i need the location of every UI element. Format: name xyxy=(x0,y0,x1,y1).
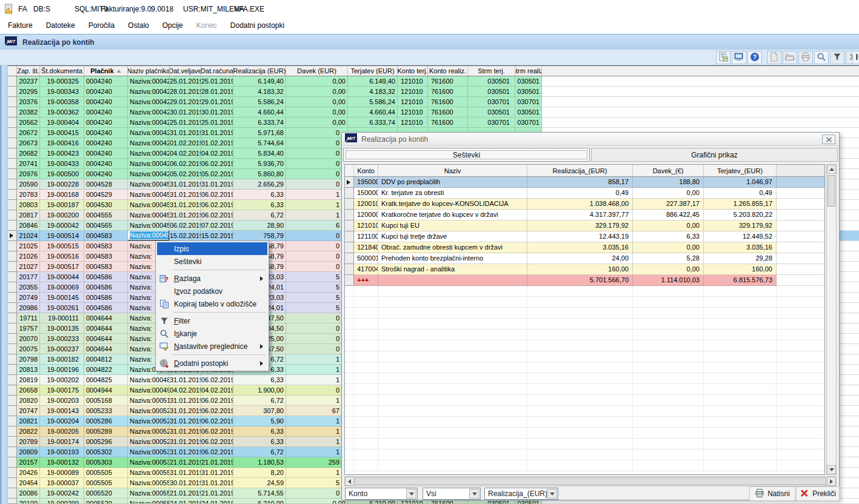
column-header-rea[interactable]: Realizacija (EUR) xyxy=(233,66,286,76)
context-menu-item-nastavitve-preglednice[interactable]: Nastavitve preglednice xyxy=(156,340,269,353)
table-row[interactable]: 2038219-0003620004240Naziva:000424030.01… xyxy=(8,107,859,118)
row-selector-cell[interactable] xyxy=(345,242,354,253)
summary-column-header-ter[interactable]: Terjatev_(EUR) xyxy=(704,165,777,176)
summary-table-row[interactable]: 500001Prehoden konto brezplačni-interno2… xyxy=(345,253,824,264)
search-toolbar-button[interactable] xyxy=(814,51,829,64)
column-header-kt[interactable]: Konto terj. xyxy=(398,66,428,76)
table-row[interactable]: 2037619-0003580004240Naziva:000424029.01… xyxy=(8,97,859,107)
vertical-scroll-thumb[interactable] xyxy=(827,175,835,207)
summary-table-row[interactable]: 120000Kratkoročne terjatve do kupcev v d… xyxy=(345,210,824,220)
scroll-down-button[interactable] xyxy=(827,465,836,474)
help-toolbar-button[interactable]: ? xyxy=(747,51,762,64)
table-row[interactable]: 2029519-0003430004240Naziva:000424028.01… xyxy=(8,87,859,97)
row-selector-cell[interactable] xyxy=(345,188,354,199)
row-selector-cell[interactable] xyxy=(8,231,17,241)
row-selector-cell[interactable] xyxy=(345,253,354,264)
row-selector-cell[interactable] xyxy=(345,264,354,275)
column-header-naz[interactable]: Naziv plačnika xyxy=(128,66,170,76)
table-row[interactable]: 2023719-0003250004240Naziva:000424025.01… xyxy=(8,76,859,87)
context-menu-item-filter[interactable]: Filter xyxy=(156,314,269,327)
row-selector-cell[interactable] xyxy=(8,220,17,231)
context-menu-item-dodatni-postopki[interactable]: Dodatni postopki xyxy=(156,357,269,370)
scroll-left-button[interactable] xyxy=(345,477,354,486)
summary-table-row[interactable]: 417004Stroški nagrad - analitika160,000,… xyxy=(345,264,824,275)
context-menu-item-izvoz-podatkov[interactable]: Izvoz podatkov xyxy=(156,285,269,297)
row-selector-cell[interactable] xyxy=(8,313,17,323)
summary-table-row[interactable]: 195000DDV po predplačilih858,17188,801.0… xyxy=(345,177,824,188)
column-header-zap[interactable]: Zap. št. xyxy=(17,66,40,76)
row-selector-cell[interactable] xyxy=(8,457,17,468)
summary-table-row[interactable]: 150000Kr. terjatve za obresti0,490,000,4… xyxy=(345,188,824,199)
row-selector-cell[interactable] xyxy=(8,468,17,478)
summary-column-header-konto[interactable]: Konto xyxy=(354,165,378,176)
column-header-pla[interactable]: Plačnik xyxy=(84,66,128,76)
dialog-close-button[interactable] xyxy=(822,134,835,144)
filter-combo-1[interactable]: Vsi xyxy=(423,488,481,500)
row-selector-cell[interactable] xyxy=(8,241,17,251)
menubar-item-datoteke[interactable]: Datoteke xyxy=(39,19,82,32)
row-selector-cell[interactable] xyxy=(8,406,17,416)
row-selector-cell[interactable] xyxy=(8,138,17,148)
row-selector-cell[interactable] xyxy=(8,97,17,107)
row-selector-cell[interactable] xyxy=(8,437,17,447)
summary-table-row[interactable]: 120010Kratk.terjatve do kupcev-KONSOLIDA… xyxy=(345,199,824,210)
row-selector-cell[interactable] xyxy=(8,365,17,375)
row-selector-cell[interactable] xyxy=(8,499,17,504)
column-header-kr[interactable]: Konto realiz. xyxy=(428,66,468,76)
row-selector-cell[interactable] xyxy=(8,200,17,210)
context-menu-item-razlaga[interactable]: ?Razlaga xyxy=(156,272,269,285)
context-menu-item-iskanje[interactable]: Iskanje xyxy=(156,327,269,340)
row-selector-cell[interactable] xyxy=(8,169,17,179)
row-selector-cell[interactable] xyxy=(8,478,17,488)
row-selector-cell[interactable] xyxy=(8,385,17,396)
horizontal-scroll-thumb[interactable] xyxy=(355,477,826,485)
row-selector-cell[interactable] xyxy=(8,416,17,426)
row-selector-cell[interactable] xyxy=(8,159,17,169)
row-selector-cell[interactable] xyxy=(345,275,354,286)
row-selector-cell[interactable] xyxy=(8,375,17,385)
filter-combo-0[interactable]: Konto xyxy=(345,488,418,500)
row-selector-cell[interactable] xyxy=(8,344,17,354)
chevron-down-icon[interactable] xyxy=(469,489,480,499)
row-selector-cell[interactable] xyxy=(8,303,17,313)
row-selector-cell[interactable] xyxy=(8,488,17,499)
row-selector-cell[interactable] xyxy=(345,220,354,231)
row-selector-cell[interactable] xyxy=(345,210,354,220)
vertical-scrollbar[interactable] xyxy=(826,164,837,475)
row-selector-cell[interactable] xyxy=(8,396,17,406)
preview-toolbar-button[interactable] xyxy=(732,51,746,64)
row-selector-cell[interactable] xyxy=(345,177,354,188)
row-selector-cell[interactable] xyxy=(8,354,17,365)
row-selector-cell[interactable] xyxy=(8,447,17,457)
summary-table-row[interactable]: +++5.701.566,701.114.010,036.815.576,73 xyxy=(345,275,824,286)
nav-end-toolbar-button[interactable] xyxy=(852,51,859,64)
menubar-item-ostalo[interactable]: Ostalo xyxy=(121,19,156,32)
context-menu-item-izpis[interactable]: Izpis xyxy=(157,242,267,255)
row-selector-cell[interactable] xyxy=(8,272,17,282)
column-header-dav[interactable]: Davek (EUR) xyxy=(286,66,348,76)
row-selector-cell[interactable] xyxy=(8,282,17,293)
chevron-down-icon[interactable] xyxy=(406,489,416,499)
row-selector-cell[interactable] xyxy=(8,148,17,159)
cancel-button[interactable]: Prekliči xyxy=(796,486,840,501)
filter-combo-2[interactable]: Realizacija_(EUR) xyxy=(484,488,558,500)
summary-table-row[interactable]: 121100Kupci tuji tretje države12.443,196… xyxy=(345,231,824,242)
tab-grafini-prikaz[interactable]: Grafični prikaz xyxy=(591,148,838,162)
row-selector-cell[interactable] xyxy=(8,107,17,118)
row-selector-cell[interactable] xyxy=(8,87,17,97)
summary-table-row[interactable]: 121840Obrač. zamudne obresti kupcem v dr… xyxy=(345,242,824,253)
cell-editor-input[interactable]: Naziva:000458 xyxy=(128,231,169,240)
row-selector-cell[interactable] xyxy=(8,179,17,190)
row-selector-cell[interactable] xyxy=(345,199,354,210)
summary-column-header-naziv[interactable]: Naziv xyxy=(378,165,527,176)
dialog-titlebar[interactable]: MIT Realizacija po kontih xyxy=(342,133,839,146)
menubar-item-opcije[interactable]: Opcije xyxy=(156,19,190,32)
row-selector-cell[interactable] xyxy=(8,251,17,262)
print-button[interactable]: Natisni xyxy=(749,486,795,501)
summary-table-row[interactable]: 121010Kupci tuji EU329.179,920,00329.179… xyxy=(345,220,824,231)
context-menu-item-setevki[interactable]: Seštevki xyxy=(156,255,269,268)
row-selector-cell[interactable] xyxy=(8,293,17,303)
menubar-item-dodatni-postopki[interactable]: Dodatni postopki xyxy=(224,19,291,32)
row-selector-cell[interactable] xyxy=(345,231,354,242)
row-selector-cell[interactable] xyxy=(8,262,17,272)
